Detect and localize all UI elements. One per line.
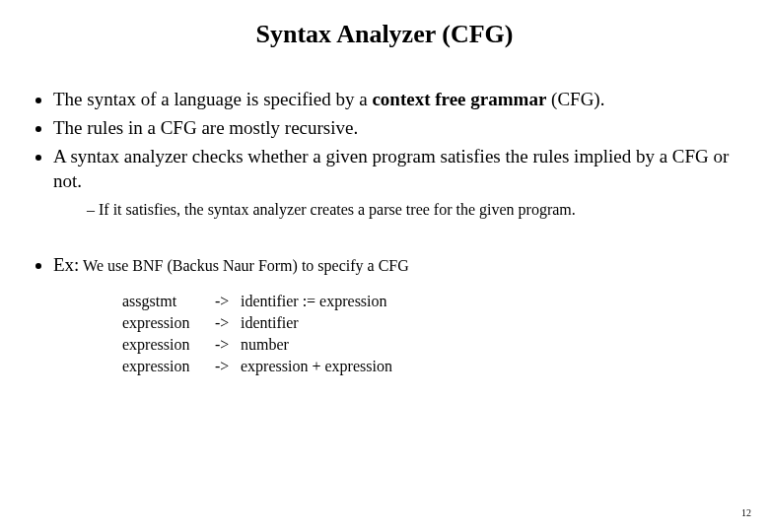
grammar-lhs: expression: [122, 334, 215, 356]
page-number: 12: [741, 507, 751, 518]
grammar-row: expression -> number: [122, 334, 396, 356]
bullet-1-bold: context free grammar: [372, 89, 546, 109]
bullet-4: Ex: We use BNF (Backus Naur Form) to spe…: [53, 252, 741, 377]
bullet-1: The syntax of a language is specified by…: [53, 87, 741, 111]
grammar-table: assgstmt -> identifier := expression exp…: [122, 291, 396, 377]
bullet-4-body: We use BNF (Backus Naur Form) to specify…: [79, 257, 408, 274]
slide-title: Syntax Analyzer (CFG): [28, 20, 741, 49]
grammar-arrow: ->: [215, 334, 241, 356]
slide: Syntax Analyzer (CFG) The syntax of a la…: [0, 0, 769, 532]
bullet-3-text: A syntax analyzer checks whether a given…: [53, 146, 729, 191]
grammar-row: expression -> expression + expression: [122, 356, 396, 377]
bullet-list: The syntax of a language is specified by…: [28, 87, 741, 377]
bullet-1-post: (CFG).: [546, 89, 604, 109]
grammar-lhs: expression: [122, 312, 215, 334]
bullet-3: A syntax analyzer checks whether a given…: [53, 144, 741, 221]
grammar-rhs: identifier := expression: [241, 291, 396, 312]
grammar-block: assgstmt -> identifier := expression exp…: [122, 291, 741, 377]
grammar-rhs: expression + expression: [241, 356, 396, 377]
bullet-3-sublist: If it satisfies, the syntax analyzer cre…: [53, 199, 741, 221]
grammar-arrow: ->: [215, 356, 241, 377]
bullet-4-label: Ex:: [53, 254, 79, 275]
bullet-3-sub-1: If it satisfies, the syntax analyzer cre…: [87, 199, 741, 221]
grammar-row: assgstmt -> identifier := expression: [122, 291, 396, 312]
bullet-1-pre: The syntax of a language is specified by…: [53, 89, 372, 109]
grammar-rhs: identifier: [241, 312, 396, 334]
grammar-lhs: expression: [122, 356, 215, 377]
grammar-lhs: assgstmt: [122, 291, 215, 312]
grammar-rhs: number: [241, 334, 396, 356]
grammar-row: expression -> identifier: [122, 312, 396, 334]
bullet-2: The rules in a CFG are mostly recursive.: [53, 115, 741, 140]
grammar-arrow: ->: [215, 312, 241, 334]
grammar-arrow: ->: [215, 291, 241, 312]
